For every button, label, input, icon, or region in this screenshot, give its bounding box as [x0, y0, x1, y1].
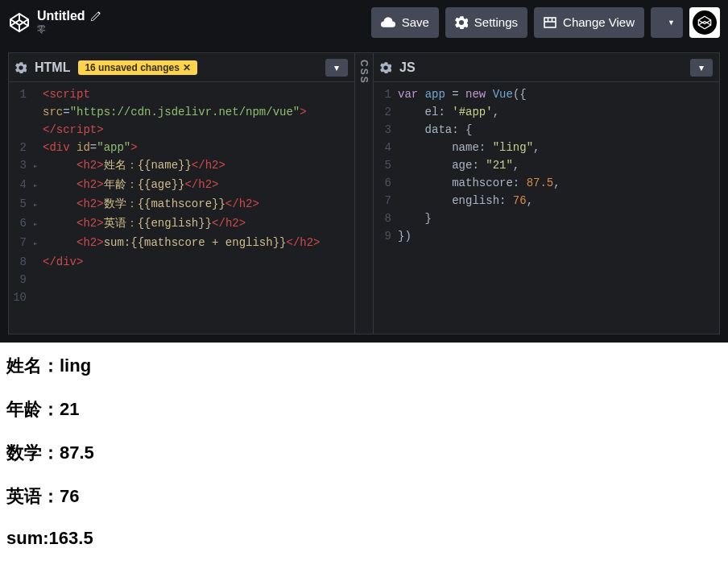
line-number: 1	[374, 85, 398, 103]
code-source[interactable]: <h2>英语：{{english}}</h2>	[43, 214, 246, 234]
code-source[interactable]: el: '#app',	[398, 103, 499, 121]
unsaved-badge-text: 16 unsaved changes	[85, 62, 179, 73]
code-source[interactable]: })	[398, 227, 412, 245]
line-number: 7	[374, 192, 398, 210]
pen-title[interactable]: Untitled	[37, 9, 85, 23]
code-source[interactable]: </div>	[43, 253, 83, 271]
fold-marker[interactable]: ▸	[33, 156, 43, 176]
preview-line: 年龄：21	[6, 397, 722, 422]
preview-line: sum:163.5	[6, 528, 722, 549]
line-number: 5	[374, 156, 398, 174]
svg-marker-7	[698, 16, 710, 28]
code-line[interactable]: 3 data: {	[374, 121, 719, 139]
pin-button[interactable]: ▼	[651, 7, 683, 38]
html-pane-title: HTML	[35, 60, 70, 75]
save-button[interactable]: Save	[371, 7, 439, 38]
change-view-button[interactable]: Change View	[534, 7, 644, 38]
code-source[interactable]: <h2>sum:{{mathscore + english}}</h2>	[43, 234, 321, 253]
code-source[interactable]: }	[398, 210, 432, 227]
chevron-down-icon[interactable]: ▾	[690, 59, 713, 77]
pen-author[interactable]: 零	[37, 23, 365, 35]
code-line[interactable]: 1var app = new Vue({	[374, 85, 719, 103]
code-line[interactable]: src="https://cdn.jsdelivr.net/npm/vue">	[9, 103, 354, 121]
fold-marker[interactable]	[33, 271, 43, 289]
html-pane-header: HTML 16 unsaved changes ✕ ▾	[9, 53, 354, 82]
fold-marker[interactable]	[33, 289, 43, 306]
top-header: Untitled 零 Save Settings Change View ▼	[0, 0, 728, 44]
js-pane-header: JS ▾	[374, 53, 719, 82]
html-editor[interactable]: 1<scriptsrc="https://cdn.jsdelivr.net/np…	[9, 82, 354, 334]
code-line[interactable]: 9	[9, 271, 354, 289]
js-pane-title: JS	[399, 60, 416, 75]
line-number: 8	[374, 210, 398, 227]
line-number: 3	[9, 156, 33, 176]
code-line[interactable]: 5▸ <h2>数学：{{mathscore}}</h2>	[9, 195, 354, 214]
change-view-label: Change View	[563, 15, 635, 29]
code-source[interactable]: </script>	[43, 121, 104, 139]
code-line[interactable]: 10	[9, 289, 354, 306]
cloud-icon	[381, 17, 395, 27]
save-label: Save	[402, 15, 429, 29]
code-source[interactable]: age: "21",	[398, 156, 519, 174]
css-collapsed-pane[interactable]: CSS	[355, 52, 373, 334]
fold-marker[interactable]: ▸	[33, 214, 43, 234]
code-line[interactable]: 2 el: '#app',	[374, 103, 719, 121]
edit-title-icon[interactable]	[90, 11, 101, 22]
code-source[interactable]: <div id="app">	[43, 139, 138, 156]
gear-icon[interactable]	[380, 62, 391, 73]
line-number	[9, 103, 33, 121]
code-source[interactable]: var app = new Vue({	[398, 85, 527, 103]
line-number: 10	[9, 289, 33, 306]
settings-button[interactable]: Settings	[445, 7, 527, 38]
fold-marker[interactable]	[33, 121, 43, 139]
line-number: 3	[374, 121, 398, 139]
code-source[interactable]: <h2>数学：{{mathscore}}</h2>	[43, 195, 259, 214]
fold-marker[interactable]: ▸	[33, 195, 43, 214]
fold-marker[interactable]	[33, 103, 43, 121]
title-area: Untitled 零	[37, 9, 365, 35]
code-source[interactable]: src="https://cdn.jsdelivr.net/npm/vue">	[43, 103, 307, 121]
editors-row: HTML 16 unsaved changes ✕ ▾ 1<scriptsrc=…	[0, 44, 728, 343]
code-line[interactable]: 8 }	[374, 210, 719, 227]
fold-marker[interactable]	[33, 139, 43, 156]
code-line[interactable]: 6 mathscore: 87.5,	[374, 174, 719, 192]
code-line[interactable]: 1<script	[9, 85, 354, 103]
code-source[interactable]: name: "ling",	[398, 139, 540, 156]
code-line[interactable]: 5 age: "21",	[374, 156, 719, 174]
chevron-down-icon[interactable]: ▾	[325, 59, 348, 77]
avatar[interactable]	[689, 7, 720, 38]
code-source[interactable]: english: 76,	[398, 192, 533, 210]
close-icon[interactable]: ✕	[183, 62, 191, 73]
preview-line: 数学：87.5	[6, 441, 722, 465]
code-source[interactable]: mathscore: 87.5,	[398, 174, 560, 192]
code-source[interactable]: <h2>姓名：{{name}}</h2>	[43, 156, 225, 176]
code-line[interactable]: 4▸ <h2>年龄：{{age}}</h2>	[9, 176, 354, 195]
line-number: 7	[9, 234, 33, 253]
fold-marker[interactable]	[33, 85, 43, 103]
codepen-logo[interactable]	[8, 11, 31, 34]
code-source[interactable]: data: {	[398, 121, 472, 139]
preview-line: 姓名：ling	[6, 354, 722, 378]
code-line[interactable]: 2<div id="app">	[9, 139, 354, 156]
js-editor[interactable]: 1var app = new Vue({2 el: '#app',3 data:…	[374, 82, 719, 334]
code-line[interactable]: 7▸ <h2>sum:{{mathscore + english}}</h2>	[9, 234, 354, 253]
code-line[interactable]: </script>	[9, 121, 354, 139]
gear-icon	[455, 16, 468, 29]
unsaved-badge[interactable]: 16 unsaved changes ✕	[78, 60, 196, 75]
fold-marker[interactable]: ▸	[33, 176, 43, 195]
code-line[interactable]: 4 name: "ling",	[374, 139, 719, 156]
code-line[interactable]: 9})	[374, 227, 719, 245]
settings-label: Settings	[474, 15, 518, 29]
code-line[interactable]: 8</div>	[9, 253, 354, 271]
line-number: 4	[9, 176, 33, 195]
line-number: 6	[374, 174, 398, 192]
fold-marker[interactable]: ▸	[33, 234, 43, 253]
code-line[interactable]: 6▸ <h2>英语：{{english}}</h2>	[9, 214, 354, 234]
js-pane: JS ▾ 1var app = new Vue({2 el: '#app',3 …	[373, 52, 720, 334]
code-line[interactable]: 7 english: 76,	[374, 192, 719, 210]
gear-icon[interactable]	[15, 62, 27, 73]
code-source[interactable]: <h2>年龄：{{age}}</h2>	[43, 176, 218, 195]
code-line[interactable]: 3▸ <h2>姓名：{{name}}</h2>	[9, 156, 354, 176]
code-source[interactable]: <script	[43, 85, 90, 103]
fold-marker[interactable]	[33, 253, 43, 271]
